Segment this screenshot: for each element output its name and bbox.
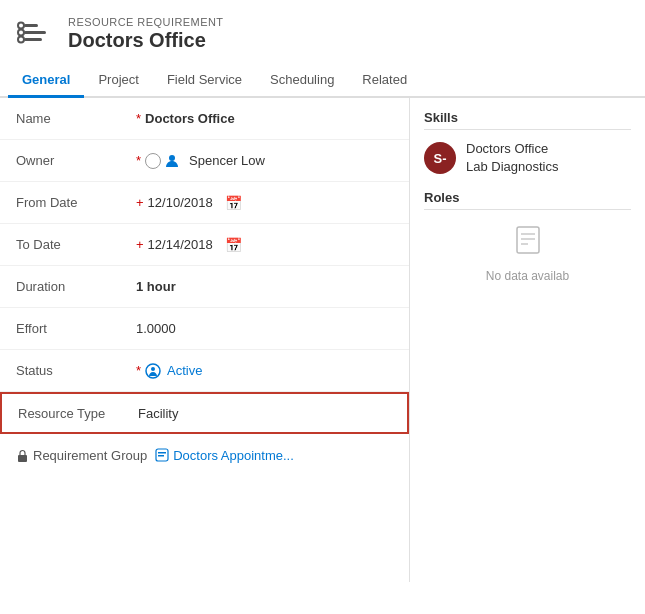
- svg-point-8: [151, 367, 155, 371]
- resource-type-value: Facility: [138, 406, 178, 421]
- svg-rect-0: [24, 24, 38, 27]
- owner-person-icon: [165, 154, 179, 168]
- left-panel: Name * Doctors Office Owner * Spencer Lo…: [0, 98, 410, 582]
- right-panel: Skills S- Doctors Office Lab Diagnostics…: [410, 98, 645, 582]
- svg-rect-1: [24, 31, 46, 34]
- owner-field-row: Owner * Spencer Low: [0, 140, 409, 182]
- from-date-calendar-icon[interactable]: 📅: [225, 195, 242, 211]
- main-content: Name * Doctors Office Owner * Spencer Lo…: [0, 98, 645, 582]
- status-value: Active: [145, 363, 202, 379]
- skill-name: Doctors Office Lab Diagnostics: [466, 140, 559, 176]
- tab-bar: General Project Field Service Scheduling…: [0, 64, 645, 98]
- to-date-value: 12/14/2018 📅: [148, 237, 242, 253]
- req-group-label: Requirement Group: [16, 448, 147, 463]
- tab-related[interactable]: Related: [348, 64, 421, 98]
- req-group-value[interactable]: Doctors Appointme...: [155, 448, 294, 463]
- svg-point-6: [169, 155, 175, 161]
- status-label: Status: [16, 363, 136, 378]
- tab-scheduling[interactable]: Scheduling: [256, 64, 348, 98]
- effort-label: Effort: [16, 321, 136, 336]
- name-label: Name: [16, 111, 136, 126]
- roles-section-title: Roles: [424, 190, 631, 210]
- status-text: Active: [167, 363, 202, 378]
- svg-rect-9: [18, 455, 27, 462]
- page-header: RESOURCE REQUIREMENT Doctors Office: [0, 0, 645, 64]
- owner-label: Owner: [16, 153, 136, 168]
- name-value: Doctors Office: [145, 111, 235, 126]
- from-date-required: +: [136, 195, 144, 210]
- owner-icons: [145, 153, 179, 169]
- record-type-label: RESOURCE REQUIREMENT: [68, 16, 223, 28]
- owner-name[interactable]: Spencer Low: [189, 153, 265, 168]
- svg-rect-12: [158, 455, 164, 457]
- from-date-label: From Date: [16, 195, 136, 210]
- name-field-row: Name * Doctors Office: [0, 98, 409, 140]
- from-date-value: 12/10/2018 📅: [148, 195, 242, 211]
- no-data-container: No data availab: [424, 224, 631, 283]
- skill-item: S- Doctors Office Lab Diagnostics: [424, 140, 631, 176]
- to-date-required: +: [136, 237, 144, 252]
- no-data-label: No data availab: [486, 269, 569, 283]
- effort-value: 1.0000: [136, 321, 176, 336]
- svg-point-3: [18, 23, 24, 29]
- req-group-icon: [155, 448, 169, 462]
- duration-field-row: Duration 1 hour: [0, 266, 409, 308]
- owner-circle-icon: [145, 153, 161, 169]
- owner-value: Spencer Low: [145, 153, 265, 169]
- status-required: *: [136, 363, 141, 378]
- to-date-field-row: To Date + 12/14/2018 📅: [0, 224, 409, 266]
- svg-rect-2: [24, 38, 42, 41]
- tab-field-service[interactable]: Field Service: [153, 64, 256, 98]
- svg-point-5: [18, 37, 24, 43]
- lock-icon: [16, 449, 29, 462]
- duration-label: Duration: [16, 279, 136, 294]
- effort-field-row: Effort 1.0000: [0, 308, 409, 350]
- from-date-field-row: From Date + 12/10/2018 📅: [0, 182, 409, 224]
- svg-rect-11: [158, 452, 166, 454]
- resource-type-label: Resource Type: [18, 406, 138, 421]
- tab-general[interactable]: General: [8, 64, 84, 98]
- roles-section: Roles No data availab: [424, 190, 631, 283]
- svg-rect-13: [517, 227, 539, 253]
- duration-value: 1 hour: [136, 279, 176, 294]
- status-field-row: Status * Active: [0, 350, 409, 392]
- tab-project[interactable]: Project: [84, 64, 152, 98]
- record-name-label: Doctors Office: [68, 28, 223, 52]
- header-text: RESOURCE REQUIREMENT Doctors Office: [68, 16, 223, 52]
- no-data-icon: [512, 224, 544, 263]
- owner-required: *: [136, 153, 141, 168]
- skills-section-title: Skills: [424, 110, 631, 130]
- skill-avatar: S-: [424, 142, 456, 174]
- svg-point-4: [18, 30, 24, 36]
- req-group-row: Requirement Group Doctors Appointme...: [0, 434, 409, 476]
- status-active-icon: [145, 363, 161, 379]
- to-date-calendar-icon[interactable]: 📅: [225, 237, 242, 253]
- name-required: *: [136, 111, 141, 126]
- to-date-label: To Date: [16, 237, 136, 252]
- resource-type-field-row: Resource Type Facility: [0, 392, 409, 434]
- resource-requirement-icon: [16, 14, 56, 54]
